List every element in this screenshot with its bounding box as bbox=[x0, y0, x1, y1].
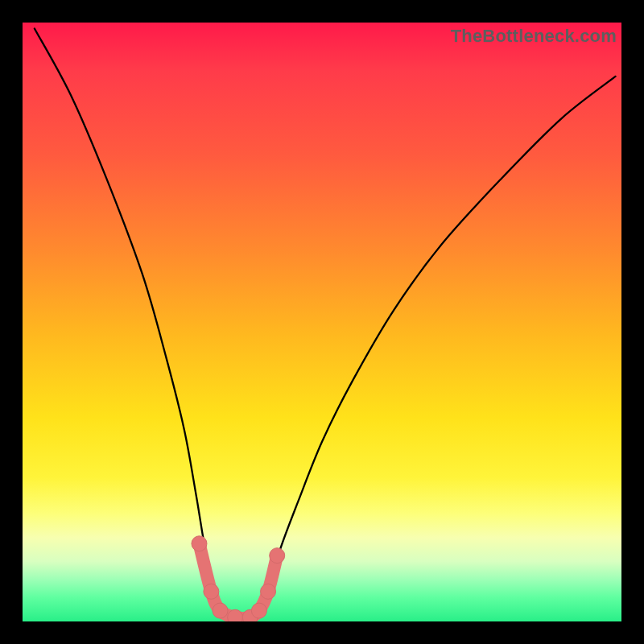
accent-marker bbox=[270, 548, 285, 564]
bottleneck-curve bbox=[35, 28, 616, 619]
accent-marker bbox=[228, 609, 243, 621]
chart-svg bbox=[23, 23, 621, 621]
accent-marker bbox=[251, 603, 266, 618]
plot-area: TheBottleneck.com bbox=[23, 23, 621, 621]
accent-trough bbox=[192, 536, 285, 621]
accent-marker bbox=[261, 584, 276, 599]
chart-root: TheBottleneck.com bbox=[0, 0, 644, 644]
accent-marker bbox=[192, 536, 207, 551]
accent-marker bbox=[213, 603, 228, 618]
accent-marker bbox=[204, 584, 219, 599]
curve-path-group bbox=[35, 28, 616, 619]
